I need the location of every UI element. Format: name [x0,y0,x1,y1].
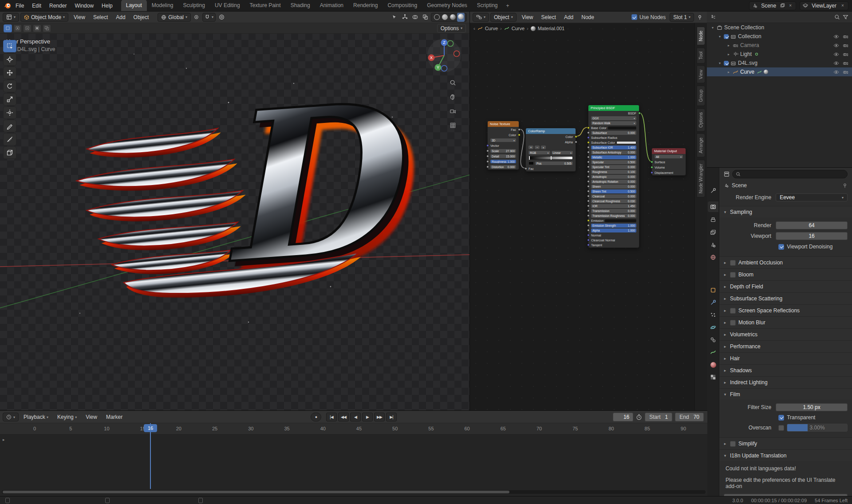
section-sampling[interactable]: ▾ Sampling [719,206,852,217]
scrollbar-thumb[interactable] [3,491,509,493]
node-output-fac[interactable]: Fac [488,127,519,132]
scene-selector[interactable]: Scene × [749,1,796,10]
node-input-row[interactable]: Alpha▾ Alpha1.000 Alpha [588,228,639,233]
show-gizmo-button[interactable] [400,13,409,22]
zoom-button[interactable] [448,78,457,87]
node-input-row[interactable]: Metallic▾ Metallic1.000 Metallic [588,155,639,160]
node-input-row[interactable]: Random Walk▾ Random Walk Random Walk [588,121,639,126]
playhead[interactable]: 16 [150,423,151,489]
viewport-3d[interactable]: D D D ▾ [0,12,470,410]
tab-material[interactable] [708,359,718,370]
selectability-dropdown[interactable] [390,13,399,22]
tab-particles[interactable] [708,310,718,320]
node-output-alpha[interactable]: Alpha [526,139,576,145]
timeline-ruler[interactable]: 051015202530354045505560657075808590 [0,423,707,435]
scene-name[interactable]: Scene [760,3,777,9]
node-input-row[interactable]: Subsurface Anisotropy▾ Subsurface Anisot… [588,150,639,155]
current-frame-field[interactable]: 16 [613,413,633,421]
item-label[interactable]: Scene Collection [724,24,764,31]
gradient-bar[interactable] [529,156,573,160]
node-header[interactable]: Principled BSDF [588,105,639,111]
previous-keyframe-button[interactable]: ◀◀ [338,413,349,421]
new-scene-icon[interactable] [779,3,785,9]
stopwatch-icon[interactable] [636,414,642,420]
select-mode-new-button[interactable] [4,24,12,32]
properties-section-header[interactable]: ▸ Depth of Field [719,280,852,292]
node-input-vector[interactable]: Vector [488,143,519,148]
node-output-bsdf[interactable]: BSDF [588,111,639,116]
topbar-menu-item[interactable]: Window [71,0,98,11]
properties-section-header[interactable]: ▸ Subsurface Scattering [719,292,852,304]
node-input-row[interactable]: Clearcoat▾ Clearcoat0.000 Clearcoat [588,194,639,199]
properties-section-header[interactable]: ▸ Indirect Lighting [719,376,852,388]
snapping-button[interactable]: ▾ [202,13,216,22]
node-input-row[interactable]: Transmission▾ Transmission0.000 Transmis… [588,209,639,213]
node-output-color[interactable]: Color [526,134,576,139]
viewport-options-button[interactable]: Options ▾ [437,24,466,33]
outliner-row-scene-collection[interactable]: ▾ Scene Collection [707,23,852,32]
tab-view-layer[interactable] [708,227,718,238]
properties-breadcrumb[interactable]: Scene [732,182,747,189]
toggle-xray-button[interactable] [421,13,430,22]
timeline-menu-marker[interactable]: Marker [102,411,126,423]
node-value-row[interactable]: Distortion0.000 [488,164,519,169]
section-checkbox[interactable] [730,260,736,266]
use-nodes-checkbox[interactable] [631,14,637,20]
outliner-row-camera[interactable]: ▸ Camera [707,41,852,50]
tool-rotate[interactable] [3,80,16,92]
shader-sidebar-tab[interactable]: Options [697,108,705,131]
hide-eye-icon[interactable] [833,34,839,39]
node-value-row[interactable]: Detail15.000 [488,154,519,159]
shading-rendered-button[interactable] [457,13,465,22]
add-workspace-button[interactable]: + [503,3,513,9]
tool-transform[interactable] [3,106,16,119]
shader-menu-item[interactable]: Node [577,12,598,23]
node-input-row[interactable]: Roughness▾ Roughness0.100 Roughness [588,169,639,174]
render-visibility-icon[interactable] [843,69,848,75]
shader-sidebar-tab[interactable]: Node [697,27,705,45]
node-input-row[interactable]: All▾ All All [652,154,686,159]
item-label[interactable]: Collection [738,33,761,39]
expand-icon[interactable]: ▸ [726,70,731,74]
node-material-output[interactable]: Material Output All▾ All All Surface▾ Su… [651,148,686,176]
remove-stop-button[interactable]: − [535,146,540,150]
shader-menu-item[interactable]: Select [537,12,560,23]
end-frame-field[interactable]: End 70 [675,413,704,421]
viewport-menu-item[interactable]: Object [130,12,153,23]
jump-to-start-button[interactable]: |◀ [326,413,337,421]
shading-material-button[interactable] [450,14,456,20]
node-input-row[interactable]: Subsurface▾ Subsurface0.000 Subsurface [588,130,639,135]
shader-menu-item[interactable]: Add [560,12,577,23]
collection-checkbox[interactable] [724,34,729,39]
workspace-tab[interactable]: Compositing [383,0,422,11]
timeline-menu-view[interactable]: View [82,411,101,423]
pin-icon[interactable] [842,183,848,188]
viewport-menu-item[interactable]: Select [89,12,112,23]
node-input-row[interactable]: Clearcoat Normal▾ Clearcoat Normal Clear… [588,238,639,243]
start-frame-field[interactable]: Start 1 [645,413,672,421]
tool-annotate[interactable] [3,120,16,132]
outliner-row-curve[interactable]: ▸ Curve [707,67,852,76]
hide-eye-icon[interactable] [833,69,839,75]
item-label[interactable]: D4L.svg [738,60,757,66]
shader-sidebar-tab[interactable]: Tool [697,47,705,63]
section-checkbox[interactable] [730,320,736,326]
tool-move[interactable] [3,67,16,79]
node-header[interactable]: ColorRamp [526,128,576,134]
hide-eye-icon[interactable] [833,60,839,66]
workspace-tab[interactable]: Texture Paint [245,0,286,11]
node-input-row[interactable]: Anisotropic▾ Anisotropic0.000 Anisotropi… [588,174,639,179]
node-input-row[interactable]: Surface▾ Surface Surface [652,159,686,165]
shader-sidebar-tab[interactable]: Group [697,86,705,106]
timeline-scrollbar[interactable] [2,490,706,494]
workspace-tab[interactable]: Shading [286,0,315,11]
render-visibility-icon[interactable] [843,51,848,57]
topbar-menu-item[interactable]: Help [98,0,117,11]
ramp-color-mode-dropdown[interactable]: RGB▾ [529,151,550,155]
stop-position-slider[interactable]: Pos0.505 [535,161,573,165]
shader-editor-type-button[interactable]: ▾ [473,13,489,22]
ramp-tools-dropdown[interactable]: ▾ [541,146,546,150]
select-mode-subtract-button[interactable] [23,24,32,32]
hide-eye-icon[interactable] [833,43,839,48]
node-value-row[interactable]: Scale27.900 [488,148,519,154]
